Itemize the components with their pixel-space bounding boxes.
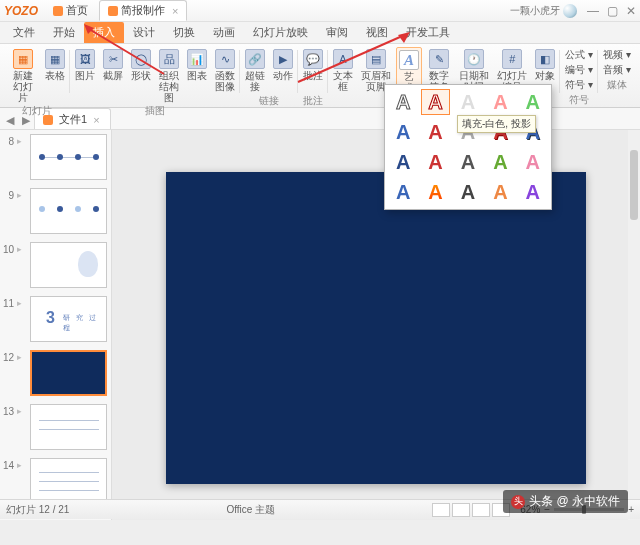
thumb-text: 研 究 过 程 (63, 313, 106, 333)
theme-label: Office 主题 (226, 503, 275, 517)
slide-thumb-12[interactable]: 12▸ (0, 346, 111, 400)
orgchart-button[interactable]: 品组织结构图 (156, 47, 182, 105)
wordart-style-6[interactable]: A (389, 119, 417, 145)
wordart-style-15[interactable]: A (519, 149, 547, 175)
menu-home[interactable]: 开始 (44, 22, 84, 43)
textbox-label: 文本框 (333, 70, 353, 92)
reading-view-button[interactable] (472, 503, 490, 517)
menu-devtools[interactable]: 开发工具 (397, 22, 459, 43)
wordart-style-4[interactable]: A (486, 89, 514, 115)
wordart-style-19[interactable]: A (486, 179, 514, 205)
number-button[interactable]: 编号 ▾ (565, 63, 593, 77)
wordart-style-17[interactable]: A (421, 179, 449, 205)
wordart-style-18[interactable]: A (454, 179, 482, 205)
thumb-num: 12 (2, 350, 14, 363)
audio-button[interactable]: 音频 ▾ (603, 63, 631, 77)
wordart-style-1[interactable]: A (389, 89, 417, 115)
textbox-button[interactable]: A文本框 (330, 47, 356, 94)
chart-button[interactable]: 📊图表 (184, 47, 210, 83)
slide-counter: 幻灯片 12 / 21 (6, 503, 69, 517)
hyperlink-button[interactable]: 🔗超链接 (242, 47, 268, 94)
datetime-icon: 🕐 (464, 49, 484, 69)
menu-design[interactable]: 设计 (124, 22, 164, 43)
wordart-style-14[interactable]: A (486, 149, 514, 175)
minimize-button[interactable]: — (587, 4, 599, 18)
chart-label: 图表 (187, 70, 207, 81)
menu-insert[interactable]: 插入 (84, 22, 124, 43)
shapes-label: 形状 (131, 70, 151, 81)
action-icon: ▶ (273, 49, 293, 69)
menu-file[interactable]: 文件 (4, 22, 44, 43)
vertical-scrollbar[interactable] (628, 130, 640, 520)
sorter-view-button[interactable] (452, 503, 470, 517)
wordart-style-3[interactable]: A (454, 89, 482, 115)
orgchart-icon: 品 (159, 49, 179, 69)
menu-transition[interactable]: 切换 (164, 22, 204, 43)
user-label[interactable]: 一颗小虎牙 (510, 4, 577, 18)
wordart-style-2[interactable]: A (421, 89, 449, 115)
watermark-text: 头条 @ 永中软件 (529, 493, 620, 510)
menu-slideshow[interactable]: 幻灯片放映 (244, 22, 317, 43)
table-button[interactable]: ▦表格 (42, 47, 68, 83)
close-button[interactable]: ✕ (626, 4, 636, 18)
ribbon-group-illustrations: 🖼图片 ✂截屏 ◯形状 品组织结构图 📊图表 ∿函数图像 插图 (70, 46, 240, 107)
table-icon: ▦ (45, 49, 65, 69)
comment-button[interactable]: 💬批注 (300, 47, 326, 83)
function-button[interactable]: ∿函数图像 (212, 47, 238, 94)
zoom-in-button[interactable]: + (628, 504, 634, 515)
home-tab[interactable]: 首页 (44, 0, 97, 21)
picture-button[interactable]: 🖼图片 (72, 47, 98, 83)
object-button[interactable]: ◧对象 (532, 47, 558, 83)
slide-thumb-11[interactable]: 11▸3研 究 过 程 (0, 292, 111, 346)
ribbon-group-links: 🔗超链接 ▶动作 链接 (240, 46, 298, 107)
menu-review[interactable]: 审阅 (317, 22, 357, 43)
doc-tab-close[interactable]: × (172, 5, 178, 17)
wordart-style-5[interactable]: A (519, 89, 547, 115)
expand-icon: ▸ (17, 188, 27, 200)
ribbon-group-media: 视频 ▾ 音频 ▾ 媒体 (598, 46, 636, 107)
comment-icon: 💬 (303, 49, 323, 69)
expand-icon: ▸ (17, 242, 27, 254)
action-button[interactable]: ▶动作 (270, 47, 296, 83)
doc-tab-label: 简报制作 (121, 3, 165, 18)
shapes-button[interactable]: ◯形状 (128, 47, 154, 83)
doc-tab-icon (108, 6, 118, 16)
comment-label: 批注 (303, 70, 323, 81)
wordart-style-7[interactable]: A (421, 119, 449, 145)
equation-button[interactable]: 公式 ▾ (565, 48, 593, 62)
menu-view[interactable]: 视图 (357, 22, 397, 43)
file-tab-close[interactable]: × (93, 114, 99, 126)
thumb-num: 9 (2, 188, 14, 201)
user-name: 一颗小虎牙 (510, 4, 560, 18)
menu-animation[interactable]: 动画 (204, 22, 244, 43)
wordart-style-13[interactable]: A (454, 149, 482, 175)
current-slide[interactable] (166, 172, 586, 484)
slide-thumb-8[interactable]: 8▸ (0, 130, 111, 184)
screenshot-button[interactable]: ✂截屏 (100, 47, 126, 83)
thumb-number-graphic: 3 (46, 309, 55, 327)
symbol-button[interactable]: 符号 ▾ (565, 78, 593, 92)
normal-view-button[interactable] (432, 503, 450, 517)
new-slide-button[interactable]: ▦新建 幻灯片 (6, 47, 40, 105)
group-label-links: 链接 (259, 95, 279, 107)
doc-tab[interactable]: 简报制作× (99, 0, 187, 21)
wordart-style-11[interactable]: A (389, 149, 417, 175)
slide-thumb-10[interactable]: 10▸ (0, 238, 111, 292)
group-label-symbols: 符号 (569, 94, 589, 106)
group-label-media: 媒体 (607, 79, 627, 91)
tab-nav-prev[interactable]: ◀ (2, 112, 18, 129)
ribbon-group-slides: ▦新建 幻灯片 ▦表格 幻灯片 (4, 46, 70, 107)
slide-thumb-13[interactable]: 13▸ (0, 400, 111, 454)
app-logo: YOZO (4, 4, 38, 18)
wordart-style-12[interactable]: A (421, 149, 449, 175)
thumb-num: 11 (2, 296, 14, 309)
slide-thumb-9[interactable]: 9▸ (0, 184, 111, 238)
wordart-style-20[interactable]: A (519, 179, 547, 205)
video-button[interactable]: 视频 ▾ (603, 48, 631, 62)
expand-icon: ▸ (17, 296, 27, 308)
home-tab-icon (53, 6, 63, 16)
watermark: 头 头条 @ 永中软件 (503, 490, 628, 513)
chart-icon: 📊 (187, 49, 207, 69)
wordart-style-16[interactable]: A (389, 179, 417, 205)
maximize-button[interactable]: ▢ (607, 4, 618, 18)
